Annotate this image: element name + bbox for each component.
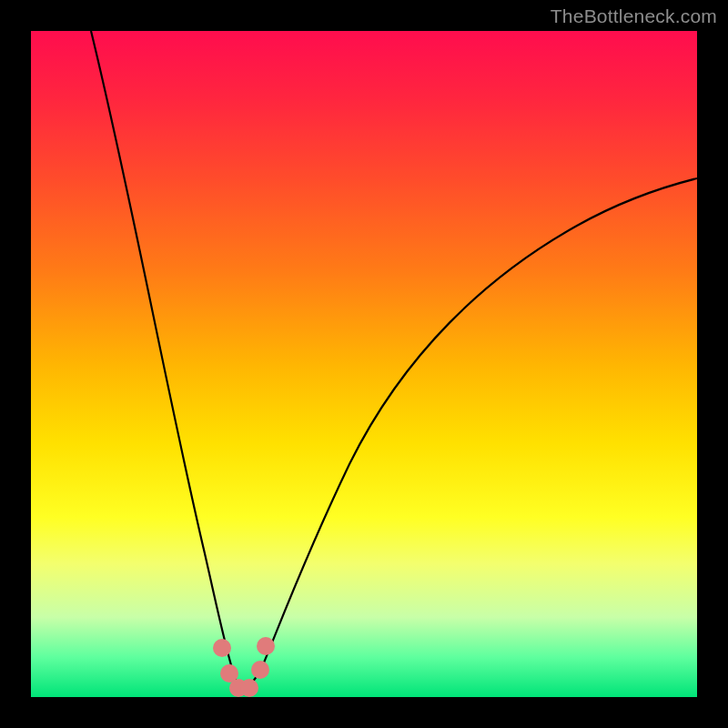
curve-left-branch (91, 31, 242, 690)
chart-stage: TheBottleneck.com (0, 0, 728, 728)
watermark-text: TheBottleneck.com (551, 5, 717, 27)
marker (240, 679, 258, 697)
curve-svg (31, 31, 697, 697)
curve-right-branch (242, 178, 697, 690)
marker (257, 637, 275, 655)
marker (251, 661, 269, 679)
marker (213, 639, 231, 657)
plot-area (31, 31, 697, 697)
trough-markers (213, 637, 275, 697)
